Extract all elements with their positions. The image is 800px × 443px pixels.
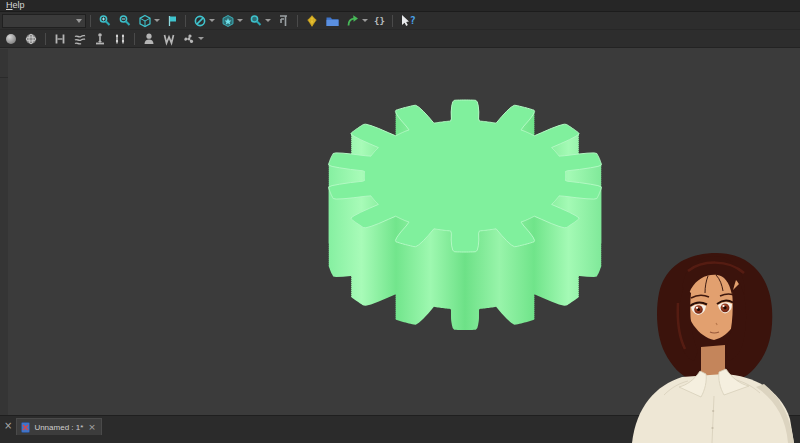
shaded-sphere-button[interactable] bbox=[2, 31, 20, 47]
question-mark-icon: ? bbox=[410, 15, 416, 26]
caliper-button[interactable] bbox=[275, 13, 292, 29]
toolbar-separator bbox=[297, 15, 298, 27]
zoom-out-button[interactable] bbox=[116, 13, 134, 29]
view-cube-button[interactable] bbox=[136, 13, 162, 29]
mascot-character bbox=[628, 243, 800, 443]
joints-icon bbox=[113, 32, 127, 46]
magnifier-icon bbox=[249, 14, 263, 28]
braces-icon: {} bbox=[374, 16, 385, 26]
toolbar-separator bbox=[185, 15, 186, 27]
zoom-in-button[interactable] bbox=[96, 13, 114, 29]
panel-divider bbox=[0, 77, 8, 78]
cube-icon bbox=[138, 14, 152, 28]
caliper-icon bbox=[277, 14, 290, 28]
script-button[interactable]: {} bbox=[372, 13, 387, 29]
folder-icon bbox=[325, 14, 340, 28]
skeleton-icon bbox=[162, 32, 176, 46]
disable-button[interactable] bbox=[191, 13, 217, 29]
gem-icon bbox=[305, 14, 319, 28]
smooth-waves-icon bbox=[73, 32, 87, 46]
zoom-out-icon bbox=[118, 14, 132, 28]
toolbar-primary: {} ? bbox=[0, 12, 800, 30]
tab-close-button[interactable]: × bbox=[87, 419, 97, 435]
context-help-icon bbox=[400, 14, 410, 28]
chevron-down-icon bbox=[154, 19, 160, 22]
preset-combobox[interactable] bbox=[2, 14, 86, 28]
wireframe-sphere-button[interactable] bbox=[22, 31, 40, 47]
material-button[interactable] bbox=[303, 13, 321, 29]
bust-button[interactable] bbox=[140, 31, 158, 47]
skeleton-button[interactable] bbox=[160, 31, 178, 47]
fan-icon bbox=[182, 32, 196, 46]
left-panel-strip bbox=[0, 49, 8, 415]
menu-bar: Help bbox=[0, 0, 800, 12]
textured-cube-icon bbox=[221, 14, 235, 28]
context-help-button[interactable]: ? bbox=[398, 13, 418, 29]
toolbar-separator bbox=[134, 33, 135, 45]
plumb-button[interactable] bbox=[91, 31, 109, 47]
document-tab-title: Unnamed : 1* bbox=[34, 423, 83, 432]
menu-help[interactable]: Help bbox=[0, 0, 31, 11]
document-icon bbox=[21, 422, 30, 433]
open-folder-button[interactable] bbox=[323, 13, 342, 29]
chevron-down-icon bbox=[198, 37, 204, 40]
flag-icon bbox=[166, 14, 178, 28]
export-icon bbox=[346, 14, 360, 28]
application-window: Help {} ? bbox=[0, 0, 800, 443]
joints-button[interactable] bbox=[111, 31, 129, 47]
wireframe-sphere-icon bbox=[24, 32, 38, 46]
zoom-in-icon bbox=[98, 14, 112, 28]
disable-icon bbox=[193, 14, 207, 28]
plumb-icon bbox=[93, 32, 107, 46]
eye-left-highlight bbox=[696, 307, 698, 309]
bust-icon bbox=[142, 32, 156, 46]
chevron-down-icon bbox=[237, 19, 243, 22]
mirror-icon bbox=[53, 32, 67, 46]
toolbar-separator bbox=[392, 15, 393, 27]
chevron-down-icon bbox=[265, 19, 271, 22]
fan-button[interactable] bbox=[180, 31, 206, 47]
document-tab[interactable]: Unnamed : 1* × bbox=[16, 418, 101, 435]
panel-close-button[interactable]: × bbox=[0, 416, 16, 434]
shaded-sphere-icon bbox=[4, 32, 18, 46]
toolbar-separator bbox=[45, 33, 46, 45]
chevron-down-icon bbox=[76, 19, 82, 23]
smooth-button[interactable] bbox=[71, 31, 89, 47]
chevron-down-icon bbox=[362, 19, 368, 22]
eye-right-highlight bbox=[722, 305, 724, 307]
textured-cube-button[interactable] bbox=[219, 13, 245, 29]
chevron-down-icon bbox=[209, 19, 215, 22]
button bbox=[711, 427, 713, 429]
mirror-button[interactable] bbox=[51, 31, 69, 47]
toolbar-secondary bbox=[0, 30, 800, 48]
magnify-select-button[interactable] bbox=[247, 13, 273, 29]
flag-button[interactable] bbox=[164, 13, 180, 29]
toolbar-separator bbox=[90, 15, 91, 27]
export-button[interactable] bbox=[344, 13, 370, 29]
button bbox=[712, 410, 714, 412]
